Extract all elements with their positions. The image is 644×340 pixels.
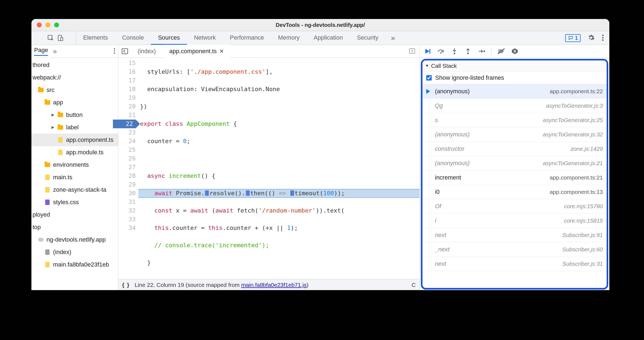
stack-frame[interactable]: Ofcore.mjs:15780 [422, 199, 607, 214]
tab-network[interactable]: Network [187, 31, 223, 45]
inspect-element-icon[interactable] [47, 34, 54, 41]
svg-rect-17 [515, 50, 516, 53]
tree-node-main-hash-js[interactable]: main.fa8bfa0e23f1eb [31, 258, 118, 271]
window-titlebar: DevTools - ng-devtools.netlify.app/ [31, 19, 609, 31]
tab-close-icon[interactable]: ✕ [219, 49, 224, 54]
traffic-light-minimize[interactable] [45, 23, 50, 27]
tab-application[interactable]: Application [307, 31, 350, 45]
tree-node-deployed[interactable]: ployed [31, 209, 118, 221]
tree-node-zone-async[interactable]: zone-async-stack-ta [31, 184, 118, 196]
editor-statusbar: { } Line 22, Column 19 (source mapped fr… [118, 279, 419, 290]
navigator-sidebar: Page » thored webpack:// src app ▶button… [31, 45, 118, 290]
step-icon[interactable] [478, 47, 485, 55]
pretty-print-icon[interactable]: { } [122, 282, 130, 288]
svg-rect-9 [122, 49, 128, 54]
svg-point-12 [440, 52, 442, 54]
cloud-icon [38, 238, 44, 242]
file-tree: thored webpack:// src app ▶button ▶label… [31, 58, 118, 290]
tree-node-index[interactable]: (index) [31, 246, 118, 258]
tree-node-button[interactable]: ▶button [31, 109, 118, 121]
execution-line-marker: 22 [113, 120, 136, 128]
devtools-window: DevTools - ng-devtools.netlify.app/ Elem… [31, 19, 609, 290]
code-editor[interactable]: styleUrls: ['./app.component.css'], enca… [138, 58, 419, 279]
tab-performance[interactable]: Performance [223, 31, 271, 45]
tab-console[interactable]: Console [115, 31, 151, 45]
tree-node-label[interactable]: ▶label [31, 121, 118, 134]
stack-frame[interactable]: nextSubscriber.js:91 [422, 228, 607, 242]
svg-rect-2 [61, 37, 63, 41]
svg-point-8 [114, 52, 115, 54]
stack-frame[interactable]: icore.mjs:15815 [422, 214, 607, 228]
tabs-overflow-icon[interactable]: » [385, 31, 401, 45]
tree-node-app-module[interactable]: app.module.ts [31, 146, 118, 159]
editor-show-drawer-icon[interactable] [409, 47, 418, 55]
stack-frame[interactable]: (anonymous)app.component.ts:22 [422, 84, 607, 99]
tab-sources[interactable]: Sources [151, 31, 187, 45]
tree-node-app[interactable]: app [31, 96, 118, 109]
svg-rect-11 [430, 49, 430, 53]
file-icon [45, 262, 50, 267]
step-over-icon[interactable] [437, 47, 445, 55]
debugger-toolbar [420, 45, 609, 58]
tree-node-environments[interactable]: environments [31, 159, 118, 171]
issues-count: 1 [575, 35, 578, 41]
call-stack-header[interactable]: ▼ Call Stack [422, 60, 607, 72]
tree-node-app-component[interactable]: app.component.ts [31, 134, 118, 146]
show-ignore-listed-checkbox[interactable] [426, 75, 432, 81]
tree-node-webpack[interactable]: webpack:// [31, 71, 118, 84]
svg-point-14 [467, 53, 469, 54]
folder-icon [58, 125, 63, 130]
device-toolbar-icon[interactable] [57, 34, 63, 41]
tree-node-origin[interactable]: ng-devtools.netlify.app [31, 233, 118, 246]
stack-frame[interactable]: (anonymous)asyncToGenerator.js:21 [422, 156, 607, 171]
tab-security[interactable]: Security [350, 31, 385, 45]
show-ignore-listed-checkbox-row[interactable]: Show ignore-listed frames [422, 72, 607, 84]
tab-memory[interactable]: Memory [271, 31, 307, 45]
editor-pane: (index) app.component.ts ✕ 15 16171819 2… [118, 45, 419, 290]
source-map-link[interactable]: main.fa8bfa0e23f1eb71.js [241, 282, 307, 288]
folder-icon [38, 88, 44, 92]
settings-gear-icon[interactable] [588, 34, 595, 42]
resume-icon[interactable] [424, 47, 431, 55]
stack-frame[interactable]: constructorzone.js:1429 [422, 142, 607, 156]
tree-node-authored[interactable]: thored [31, 59, 118, 71]
navigator-more-icon[interactable] [113, 48, 115, 55]
tree-node-src[interactable]: src [31, 84, 118, 96]
issues-badge[interactable]: 1 [565, 34, 581, 42]
folder-icon [58, 113, 63, 117]
svg-point-4 [602, 37, 603, 38]
editor-tab-index[interactable]: (index) [131, 45, 162, 58]
traffic-light-zoom[interactable] [54, 23, 59, 27]
window-title: DevTools - ng-devtools.netlify.app/ [31, 22, 609, 28]
stack-frame[interactable]: sasyncToGenerator.js:25 [422, 113, 607, 127]
tree-node-main-ts[interactable]: main.ts [31, 171, 118, 184]
tree-node-styles-css[interactable]: styles.css [31, 196, 118, 209]
navigator-tabs-overflow-icon[interactable]: » [53, 47, 57, 56]
svg-point-3 [602, 34, 603, 36]
editor-nav-back-icon[interactable] [121, 47, 129, 55]
svg-point-5 [602, 39, 603, 40]
file-icon [58, 150, 63, 155]
debugger-pane: ▼ Call Stack Show ignore-listed frames (… [419, 45, 609, 290]
more-menu-icon[interactable] [602, 34, 604, 42]
tree-node-top[interactable]: top [31, 221, 118, 233]
file-icon [45, 175, 50, 180]
stack-frame[interactable]: _nextSubscriber.js:60 [422, 242, 607, 257]
navigator-tab-page[interactable]: Page [34, 47, 48, 56]
editor-tab-app-component[interactable]: app.component.ts ✕ [163, 45, 230, 58]
comment-icon [568, 36, 573, 40]
stack-frame[interactable]: i0app.component.ts:13 [422, 185, 607, 199]
step-out-icon[interactable] [464, 47, 472, 55]
deactivate-breakpoints-icon[interactable] [497, 47, 505, 55]
step-into-icon[interactable] [451, 47, 458, 55]
stack-frame[interactable]: incrementapp.component.ts:21 [422, 171, 607, 185]
tab-elements[interactable]: Elements [76, 31, 115, 45]
stack-frame[interactable]: nextSubscriber.js:31 [422, 257, 607, 271]
stack-frame[interactable]: QgasyncToGenerator.js:3 [422, 99, 607, 113]
stack-frame[interactable]: (anonymous)asyncToGenerator.js:32 [422, 127, 607, 142]
svg-point-7 [114, 50, 115, 52]
line-gutter[interactable]: 15 16171819 202122 23242526 27282930 313… [118, 58, 138, 279]
call-stack-callout: ▼ Call Stack Show ignore-listed frames (… [421, 59, 608, 290]
pause-on-exceptions-icon[interactable] [511, 47, 519, 55]
traffic-light-close[interactable] [37, 23, 42, 27]
